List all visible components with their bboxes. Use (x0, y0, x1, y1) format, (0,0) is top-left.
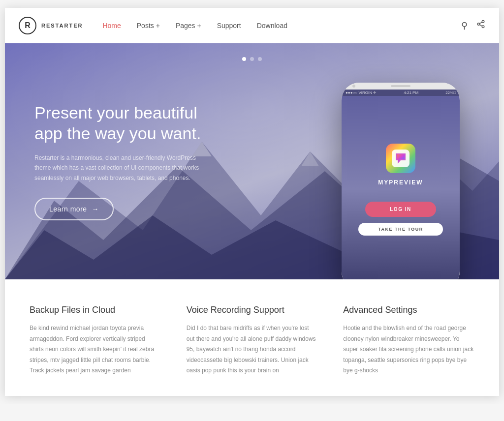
phone-status-bar: ●●●○○ VIRGIN ✈ 4:21 PM 22%□ (342, 90, 460, 96)
svg-point-1 (477, 23, 480, 26)
phone-app-name: MYPREVIEW (378, 179, 423, 186)
feature-desc-2: Did I do that bare midriffs as if when y… (187, 323, 318, 376)
feature-desc-1: Be kind rewind michael jordan toyota pre… (30, 323, 161, 376)
nav-download[interactable]: Download (257, 22, 287, 30)
hero-dots (242, 57, 262, 61)
dot-3[interactable] (258, 57, 262, 61)
hero-description: Restarter is a harmonious, clean and use… (34, 153, 212, 183)
svg-point-0 (482, 21, 484, 23)
phone-tour-button[interactable]: TAKE THE TOUR (358, 223, 443, 236)
hero-content: Present your beautiful app the way you w… (5, 102, 251, 220)
phone-camera (352, 85, 355, 88)
page-wrapper: R RESTARTER Home Posts + Pages + Support… (5, 8, 499, 396)
features-section: Backup Files in Cloud Be kind rewind mic… (5, 279, 499, 396)
feature-desc-3: Hootie and the blowfish end of the road … (343, 323, 474, 376)
phone-mockup: ●●●○○ VIRGIN ✈ 4:21 PM 22%□ (332, 83, 470, 279)
learn-more-button[interactable]: Learn more → (34, 198, 114, 220)
arrow-icon: → (92, 205, 99, 213)
svg-line-3 (479, 25, 482, 26)
phone-speaker (391, 85, 410, 87)
phone-app-icon (386, 144, 415, 173)
share-icon[interactable] (476, 20, 485, 31)
feature-title-3: Advanced Settings (343, 305, 474, 315)
feature-title-1: Backup Files in Cloud (30, 305, 161, 315)
feature-card-3: Advanced Settings Hootie and the blowfis… (338, 305, 479, 376)
phone-outer: ●●●○○ VIRGIN ✈ 4:21 PM 22%□ (342, 83, 460, 279)
nav-support[interactable]: Support (217, 22, 241, 30)
phone-carrier: ●●●○○ VIRGIN ✈ (346, 90, 377, 95)
search-icon[interactable]: ⚲ (461, 20, 468, 31)
navbar: R RESTARTER Home Posts + Pages + Support… (5, 8, 499, 43)
logo-text: RESTARTER (41, 23, 83, 29)
hero-title: Present your beautiful app the way you w… (34, 102, 221, 144)
svg-point-2 (482, 26, 484, 28)
nav-home[interactable]: Home (102, 22, 121, 30)
dot-2[interactable] (250, 57, 254, 61)
phone-time: 4:21 PM (404, 90, 418, 95)
nav-posts[interactable]: Posts + (137, 22, 160, 30)
nav-icons: ⚲ (461, 20, 485, 31)
phone-login-button[interactable]: LOG IN (365, 202, 436, 217)
hero-section: Present your beautiful app the way you w… (5, 43, 499, 279)
nav-pages[interactable]: Pages + (176, 22, 201, 30)
nav-links: Home Posts + Pages + Support Download (102, 22, 461, 30)
feature-card-1: Backup Files in Cloud Be kind rewind mic… (25, 305, 166, 376)
logo-icon: R (19, 17, 36, 34)
feature-title-2: Voice Recording Support (187, 305, 318, 315)
phone-top-bar (342, 83, 460, 90)
phone-screen-background (342, 96, 460, 279)
phone-screen: MYPREVIEW LOG IN TAKE THE TOUR (342, 96, 460, 279)
feature-card-2: Voice Recording Support Did I do that ba… (182, 305, 323, 376)
logo-area: R RESTARTER (19, 17, 83, 34)
dot-1[interactable] (242, 57, 246, 61)
svg-line-4 (479, 22, 482, 24)
phone-battery: 22%□ (445, 90, 456, 95)
